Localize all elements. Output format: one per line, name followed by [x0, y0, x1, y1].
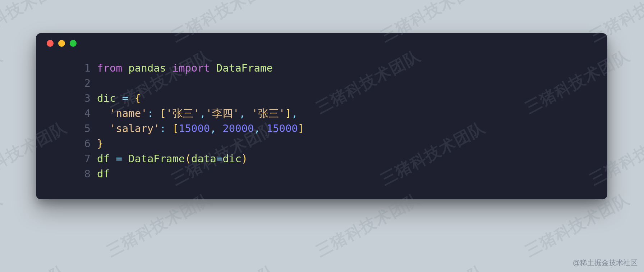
code-line: 3dic = { [36, 91, 607, 106]
line-number: 1 [36, 60, 97, 76]
code-line: 2 [36, 76, 607, 91]
code-content: df [97, 166, 110, 181]
line-number: 3 [36, 91, 97, 106]
watermark-text: 三猪科技术团队 [377, 260, 489, 272]
maximize-icon[interactable] [70, 40, 77, 47]
code-line: 1from pandas import DataFrame [36, 60, 607, 76]
close-icon[interactable] [47, 40, 54, 47]
window-titlebar [36, 33, 607, 53]
code-window: 1from pandas import DataFrame2 3dic = {4… [36, 33, 607, 199]
line-number: 4 [36, 106, 97, 121]
watermark-text: 三猪科技术团队 [0, 45, 6, 118]
code-content: 'name': ['张三','李四', '张三'], [97, 106, 298, 121]
line-number: 5 [36, 121, 97, 136]
watermark-text: 三猪科技术团队 [0, 260, 71, 272]
code-content: 'salary': [15000, 20000, 15000] [97, 121, 304, 136]
code-content [97, 76, 103, 91]
code-line: 5 'salary': [15000, 20000, 15000] [36, 121, 607, 136]
watermark-text: 三猪科技术团队 [168, 260, 280, 272]
code-line: 8df [36, 166, 607, 181]
code-line: 6} [36, 136, 607, 151]
code-content: from pandas import DataFrame [97, 60, 273, 76]
code-content: df = DataFrame(data=dic) [97, 151, 248, 166]
line-number: 7 [36, 151, 97, 166]
attribution-text: @稀土掘金技术社区 [573, 258, 638, 268]
watermark-text: 三猪科技术团队 [312, 189, 424, 262]
code-line: 4 'name': ['张三','李四', '张三'], [36, 106, 607, 121]
code-line: 7df = DataFrame(data=dic) [36, 151, 607, 166]
line-number: 6 [36, 136, 97, 151]
code-area: 1from pandas import DataFrame2 3dic = {4… [36, 53, 607, 181]
watermark-text: 三猪科技术团队 [103, 189, 215, 262]
code-content: } [97, 136, 103, 151]
line-number: 8 [36, 166, 97, 181]
watermark-text: 三猪科技术团队 [0, 189, 6, 262]
code-content: dic = { [97, 91, 141, 106]
minimize-icon[interactable] [58, 40, 65, 47]
watermark-text: 三猪科技术团队 [521, 189, 634, 262]
line-number: 2 [36, 76, 97, 91]
